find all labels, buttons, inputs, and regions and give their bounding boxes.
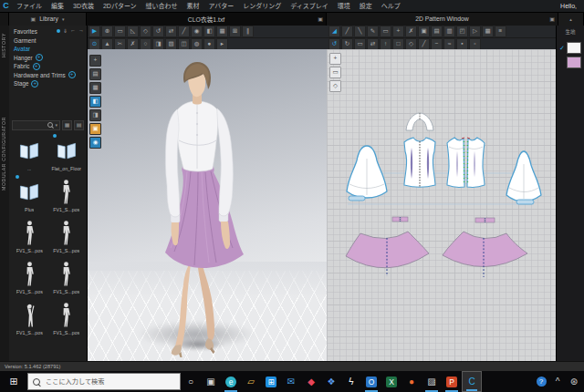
transform-pattern-icon[interactable]: + [329,53,341,65]
menu-item[interactable]: 3D衣装 [68,0,99,12]
toolbar-icon[interactable]: ◰ [456,26,468,37]
menu-item[interactable]: 設定 [355,0,377,12]
menu-item[interactable]: ヘルプ [377,0,405,12]
fabric-swatch-white[interactable]: ✓ [567,42,581,54]
garment-tab[interactable]: CLO衣装1.txf ▣ [87,12,327,26]
library-tree-item[interactable]: Hardware and Trims + [9,71,87,80]
toolbar-icon[interactable]: ◢ [328,26,340,37]
view-grid-icon[interactable]: ▦ [62,120,72,130]
show-seamlines-icon[interactable]: ◨ [89,109,101,121]
show-pressure-icon[interactable]: ▣ [89,123,101,135]
library-thumbnail[interactable]: FV1_S...pos [11,255,48,295]
library-panel-header[interactable]: ▣ Library ▾ [9,12,87,26]
toolbar-icon[interactable]: ▭ [114,26,126,37]
canvas-2d[interactable]: +▭◇ [327,49,557,362]
gizmo-move-icon[interactable]: + [89,55,101,67]
toolbar-icon[interactable]: ✎ [367,26,379,37]
back-arrow-icon[interactable]: ← [70,27,76,34]
library-thumbnail[interactable]: FV1_S...pos [11,214,48,254]
toolbar-icon[interactable]: ◺ [127,26,139,37]
library-thumbnail[interactable]: FV1_S...pos [48,296,86,336]
powerpoint-icon[interactable]: P [442,371,462,392]
taskbar-search-input[interactable] [44,377,175,387]
library-tree-item[interactable]: Avatar + [9,45,87,54]
toolbar-icon[interactable]: ◇ [140,26,151,37]
toolbar-icon[interactable]: ▷ [469,26,481,37]
avatar-3d-model[interactable] [163,60,247,357]
fabric-swatch-pink[interactable]: ✓ [567,57,581,68]
library-tree-item[interactable]: Garment + [9,36,87,46]
menu-item[interactable]: 編集 [47,0,68,12]
taskbar-search[interactable] [27,373,181,390]
collapse-icon[interactable]: ▴ [569,16,572,22]
show-mesh-icon[interactable]: ▦ [89,82,101,94]
mail-icon[interactable]: ✉ [281,371,301,392]
canvas-3d[interactable]: +▤▦◧◨▣◉ [87,49,327,362]
pattern-pieces[interactable] [327,49,557,360]
menu-item[interactable]: 環境 [333,0,355,12]
clo-app-icon[interactable]: C [462,371,482,392]
orange-circle-app-icon[interactable]: ● [402,371,422,392]
toolbar-icon[interactable]: ↺ [152,26,164,37]
show-garment-icon[interactable]: ◧ [89,96,101,108]
library-tree-item[interactable]: Hanger + [9,54,87,63]
history-rail-tab[interactable]: HISTORY [1,33,6,57]
toolbar-icon[interactable]: ╱ [341,26,353,37]
add-icon[interactable]: + [68,71,76,78]
help-icon[interactable]: ? [533,371,549,392]
toolbar-icon[interactable]: ∥ [242,26,254,37]
menu-item[interactable]: レンダリング [238,0,286,12]
download-icon[interactable]: ⇓ [63,27,68,34]
add-icon[interactable]: + [31,80,38,88]
excel-icon[interactable]: X [381,371,402,392]
tray-settings-icon[interactable]: ⊛ [566,371,582,392]
photos-app-icon[interactable]: ▨ [422,371,442,392]
menu-item[interactable]: 素材 [182,0,204,12]
library-search-input[interactable]: ▾ [12,120,60,130]
outlook-icon[interactable]: O [361,371,381,392]
toolbar-icon[interactable]: ◧ [203,26,215,37]
toolbar-icon[interactable]: ⊕ [101,26,113,37]
task-view-icon[interactable]: ▣ [201,371,221,392]
add-icon[interactable]: + [33,63,40,70]
toolbar-icon[interactable]: ▦ [216,26,228,37]
library-tree-item[interactable]: Fabric + [9,62,87,71]
detach-window-icon[interactable]: ▣ [549,15,555,22]
toolbar-icon[interactable]: ⊞ [229,26,241,37]
toolbar-icon[interactable]: + [392,26,404,37]
view-list-icon[interactable]: ▤ [74,120,84,130]
account-greeting[interactable]: Hello, [560,3,584,9]
toolbar-icon[interactable]: ✗ [405,26,417,37]
library-tree-item[interactable]: Stage + [9,79,87,88]
forward-arrow-icon[interactable]: → [78,27,84,34]
file-explorer-icon[interactable]: ▱ [241,371,261,392]
menu-item[interactable]: ファイル [12,0,47,12]
library-thumbnail[interactable]: FV1_S...pos [48,173,86,213]
toolbar-icon[interactable]: ≡ [495,26,506,37]
toolbar-icon[interactable]: ⇄ [165,26,177,37]
add-icon[interactable]: + [36,54,43,61]
show-strain-icon[interactable]: ◉ [89,137,101,149]
edge-icon[interactable]: e [221,371,241,392]
cortana-icon[interactable]: ○ [181,371,201,392]
library-thumbnail[interactable]: FV1_S...pos [11,296,48,336]
library-thumbnail[interactable]: FV1_S...pos [48,214,86,254]
toolbar-icon[interactable]: ▦ [482,26,494,37]
show-avatar-icon[interactable]: ▤ [89,68,101,80]
toolbar-icon[interactable]: ╲ [354,26,366,37]
toolbar-icon[interactable]: ▥ [443,26,455,37]
store-icon[interactable]: ⊞ [261,371,281,392]
pattern-window-header[interactable]: 2D Pattern Window ▣ [327,12,558,26]
start-button[interactable]: ⊞ [0,371,27,392]
menu-item[interactable]: ディスプレイ [286,0,333,12]
menu-item[interactable]: 縫い合わせ [141,0,182,12]
library-thumbnail[interactable]: FV1_S...pos [48,255,86,295]
library-thumbnail[interactable]: Flat_on_Floor [48,132,86,172]
modular-configurator-rail-tab[interactable]: MODULAR CONFIGURATOR [1,117,6,191]
edit-pattern-icon[interactable]: ▭ [329,67,341,78]
diamond-app-icon[interactable]: ◆ [301,371,321,392]
menu-item[interactable]: アバター [204,0,239,12]
chevron-down-icon[interactable]: ▾ [62,16,65,22]
toolbar-icon[interactable]: ◉ [191,26,203,37]
chevron-down-icon[interactable]: ▾ [55,121,57,129]
